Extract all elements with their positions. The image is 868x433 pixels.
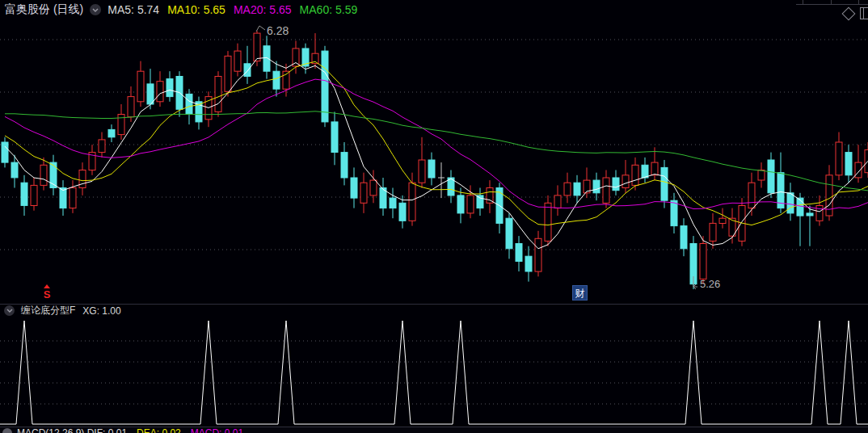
news-marker[interactable]: 财 (572, 285, 588, 301)
top-frame-line (796, 4, 868, 5)
ma10-legend: MA10:5.65 (167, 3, 225, 16)
top-frame-tick (831, 0, 832, 4)
stock-title: 富奥股份 (日线) (5, 2, 83, 17)
ma60-value: 5.59 (335, 3, 357, 16)
next-panel-header-clipped: MACD(12,26,9) DIF: 0.01 DEA: 0.02 MACD: … (0, 427, 868, 433)
candles (2, 31, 868, 289)
ma5-legend: MA5:5.74 (107, 3, 159, 16)
ma5-value: 5.74 (137, 3, 159, 16)
collapse-next-panel-icon[interactable] (2, 428, 12, 433)
indicator-xg-label: XG: (82, 305, 99, 317)
indicator-signal-chart[interactable] (0, 317, 868, 427)
main-candlestick-chart[interactable] (0, 19, 868, 304)
indicator-gridlines (0, 341, 868, 404)
clipped-text-segment: MACD(12,26,9) DIF: 0.01 (17, 428, 127, 433)
top-frame-tick (803, 0, 803, 4)
sell-signal-marker: S (41, 284, 53, 300)
indicator-header: 缠论底分型F XG: 1.00 (0, 305, 868, 317)
high-callout (256, 26, 265, 32)
main-chart-header: 富奥股份 (日线) MA5:5.74 MA10:5.65 MA20:5.65 M… (0, 0, 868, 19)
ma20-legend: MA20:5.65 (234, 3, 292, 16)
high-price-label: 6.28 (267, 25, 289, 36)
stock-app-window: 富奥股份 (日线) MA5:5.74 MA10:5.65 MA20:5.65 M… (0, 0, 868, 433)
ma10-value: 5.65 (204, 3, 225, 16)
low-price-label: 5.26 (700, 279, 720, 290)
clipped-text-segment: DEA: 0.02 (137, 428, 181, 433)
ma20-value: 5.65 (269, 3, 291, 16)
ma60-legend: MA60:5.59 (300, 3, 358, 16)
main-gridlines (0, 40, 868, 250)
collapse-panel-icon[interactable] (90, 4, 101, 15)
top-frame-tick (858, 0, 859, 4)
collapse-indicator-icon[interactable] (4, 305, 15, 316)
indicator-name: 缠论底分型F (21, 304, 75, 317)
clipped-text-segment: MACD: 0.01 (191, 428, 243, 433)
restore-window-icon[interactable] (860, 7, 868, 19)
ma10-line (5, 61, 868, 225)
ma60-line (5, 111, 868, 191)
indicator-xg-value: 1.00 (102, 305, 120, 317)
signal-line (0, 321, 868, 424)
